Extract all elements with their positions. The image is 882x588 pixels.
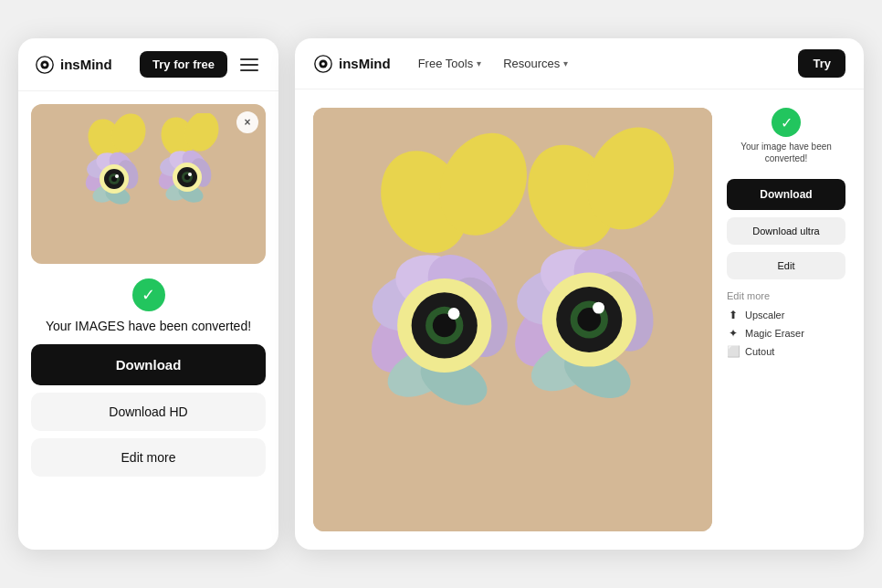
svg-point-17 [115, 174, 119, 178]
resources-chevron: ▾ [563, 58, 568, 68]
cutout-icon: ⬜ [727, 345, 740, 358]
svg-point-34 [321, 62, 325, 66]
desktop-logo-icon [313, 54, 333, 74]
image-preview-bg [31, 104, 266, 264]
desktop-body: ✓ Your image have been converted! Downlo… [295, 89, 864, 550]
svg-point-31 [188, 173, 192, 176]
magic-eraser-icon: ✦ [727, 327, 740, 340]
svg-rect-3 [48, 113, 249, 255]
success-area: ✓ Your IMAGES have been converted! [31, 264, 266, 344]
try-free-button[interactable]: Try for free [140, 51, 227, 78]
desktop-edit-button[interactable]: Edit [727, 252, 845, 279]
download-hd-button[interactable]: Download HD [31, 393, 266, 431]
close-button[interactable]: × [236, 111, 258, 133]
mobile-logo-text: insMind [60, 57, 112, 72]
edit-more-button[interactable]: Edit more [31, 438, 266, 477]
desktop-logo-text: insMind [339, 56, 391, 71]
free-tools-label: Free Tools [418, 57, 473, 70]
desktop-logo: insMind [313, 54, 391, 74]
desktop-header: insMind Free Tools ▾ Resources ▾ Try [295, 38, 864, 89]
magic-eraser-label: Magic Eraser [745, 328, 804, 339]
edit-item-magic-eraser[interactable]: ✦ Magic Eraser [727, 327, 845, 340]
desktop-panel: insMind Free Tools ▾ Resources ▾ Try [295, 38, 864, 550]
action-buttons: Download Download HD Edit more [31, 344, 266, 484]
desktop-download-ultra-button[interactable]: Download ultra [727, 217, 845, 245]
edit-more-label: Edit more [727, 290, 845, 301]
logo-icon [35, 55, 55, 75]
resources-label: Resources [503, 57, 560, 70]
right-sidebar: ✓ Your image have been converted! Downlo… [727, 108, 845, 531]
desktop-image-area [313, 108, 712, 531]
free-tools-chevron: ▾ [477, 58, 481, 68]
edit-more-items: ⬆ Upscaler ✦ Magic Eraser ⬜ Cutout [727, 309, 845, 358]
mobile-header: insMind Try for free [18, 38, 278, 91]
hamburger-icon[interactable] [236, 55, 262, 75]
svg-point-63 [593, 302, 604, 314]
desktop-header-right: Try [798, 49, 845, 78]
preview-image [48, 113, 249, 255]
upscaler-icon: ⬆ [727, 309, 740, 321]
edit-item-cutout[interactable]: ⬜ Cutout [727, 345, 845, 358]
svg-point-49 [448, 308, 460, 320]
nav-resources[interactable]: Resources ▾ [494, 51, 577, 76]
cutout-label: Cutout [745, 346, 774, 357]
mobile-header-right: Try for free [140, 51, 262, 78]
desktop-success-icon: ✓ [772, 108, 801, 137]
desktop-main-image [313, 108, 712, 531]
svg-point-2 [43, 63, 47, 67]
desktop-nav: Free Tools ▾ Resources ▾ [409, 51, 578, 76]
success-notification: ✓ Your image have been converted! [727, 108, 845, 172]
edit-item-upscaler[interactable]: ⬆ Upscaler [727, 309, 845, 321]
nav-free-tools[interactable]: Free Tools ▾ [409, 51, 490, 76]
mobile-content: × [18, 91, 278, 550]
success-text: Your IMAGES have been converted! [46, 319, 251, 333]
image-preview-container: × [31, 104, 266, 264]
success-icon: ✓ [132, 278, 165, 311]
mobile-panel: insMind Try for free × [18, 38, 278, 550]
desktop-try-button[interactable]: Try [798, 49, 845, 78]
desktop-download-button[interactable]: Download [727, 179, 845, 210]
download-button[interactable]: Download [31, 344, 266, 385]
mobile-logo: insMind [35, 55, 112, 75]
desktop-image-bg [313, 108, 712, 531]
desktop-success-text: Your image have been converted! [727, 141, 845, 164]
upscaler-label: Upscaler [745, 310, 784, 320]
